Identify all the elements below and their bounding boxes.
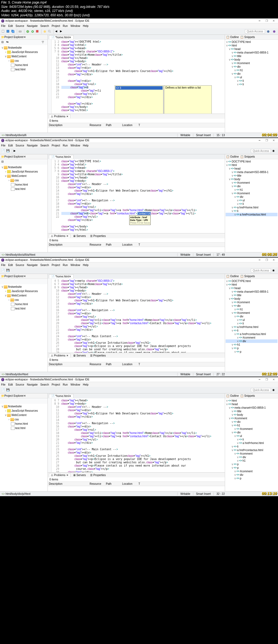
save-all-icon[interactable]	[11, 29, 15, 34]
col-description[interactable]: Description	[49, 124, 90, 127]
problems-tab[interactable]: ⚠ Problems ✕	[49, 473, 70, 477]
tree-home-html[interactable]: home.html	[1, 63, 46, 67]
search-icon[interactable]	[48, 29, 52, 34]
maximize-button[interactable]: ❐	[263, 19, 270, 23]
menu-window[interactable]: Window	[71, 144, 80, 147]
menu-file[interactable]: File	[1, 144, 5, 147]
editor-tab-home[interactable]: 📄 *home.html ✕	[49, 155, 74, 159]
menu-window[interactable]: Window	[71, 24, 80, 27]
minimize-button[interactable]: ━	[256, 258, 263, 262]
tree-js-resources[interactable]: ›JavaScript Resources	[1, 170, 46, 174]
view-menu-icon[interactable]: ▽	[42, 40, 46, 45]
back-icon[interactable]: ◀	[55, 29, 59, 34]
properties-tab[interactable]: ☰ Properties	[89, 354, 107, 357]
collapse-all-icon[interactable]: ⊟	[1, 160, 5, 164]
tree-css[interactable]: ›css	[1, 178, 46, 183]
editor-tab-home[interactable]: 📄 *home.html ✕	[49, 35, 74, 39]
new-server-icon[interactable]	[43, 29, 47, 34]
minimize-button[interactable]: ━	[256, 19, 263, 23]
link-editor-icon[interactable]: ⇆	[6, 40, 10, 45]
minimize-button[interactable]: ━	[256, 378, 263, 382]
servers-tab[interactable]: 🖥 Servers	[71, 234, 87, 238]
menu-help[interactable]: Help	[83, 24, 89, 27]
new-icon[interactable]: 📄	[1, 388, 5, 392]
code-editor[interactable]: 1 2 3 4 5 6 7 8 9 10 11 12 13 14 15 16 1…	[48, 40, 225, 114]
save-icon[interactable]: 💾	[6, 149, 10, 153]
perspective-icon[interactable]: ◉	[272, 149, 276, 153]
outline-tab[interactable]: 📋 Outline	[226, 36, 239, 39]
outline-tree[interactable]: v<> DOCTYPE:htmlv<> htmlv<> headv<> meta…	[225, 40, 278, 87]
project-explorer-tab[interactable]: 📁 Project Explorer ✕	[0, 274, 48, 279]
tree-js-resources[interactable]: ›JavaScript Resources	[1, 50, 46, 54]
tree-test-html[interactable]: test.html	[1, 67, 46, 72]
snippets-tab[interactable]: 📋 Snippets	[240, 36, 255, 39]
ext-tools-icon[interactable]	[35, 29, 40, 34]
servers-tab[interactable]: 🖥 Servers	[71, 354, 87, 357]
col-path[interactable]: Path	[106, 124, 122, 127]
problems-tab[interactable]: ⚠ Problems ✕	[49, 114, 70, 118]
project-explorer-tab[interactable]: 📁 Project Explorer ✕	[0, 393, 48, 398]
project-explorer-tab[interactable]: 📁 Project Explorer ✕	[0, 154, 48, 159]
new-icon[interactable]	[1, 29, 5, 34]
maximize-button[interactable]: ❐	[263, 139, 270, 142]
properties-tab[interactable]: ☰ Properties	[89, 234, 107, 238]
close-button[interactable]: ✕	[270, 139, 277, 142]
menu-source[interactable]: Source	[15, 24, 24, 27]
col-resource[interactable]: Resource	[90, 243, 106, 246]
menu-help[interactable]: Help	[83, 144, 89, 147]
close-button[interactable]: ✕	[270, 19, 277, 23]
menu-run[interactable]: Run	[63, 144, 68, 147]
col-location[interactable]: Location	[122, 124, 138, 127]
tree-project-root[interactable]: vfirstwebsite	[1, 165, 46, 170]
outline-tree[interactable]: v<> htmlv<> headv<> meta charset=ISO-885…	[225, 398, 278, 481]
properties-tab[interactable]: ☰ Properties	[89, 473, 107, 477]
col-resource[interactable]: Resource	[90, 124, 106, 127]
outline-tab[interactable]: 📋 Outline	[226, 155, 239, 158]
tree-project-root[interactable]: vfirstwebsite	[1, 46, 46, 50]
save-icon[interactable]: 💾	[6, 268, 10, 273]
code-editor[interactable]: 6 7 8 9 10 11 12 13 14 15 16 17 18 19 20…	[48, 398, 225, 472]
menu-edit[interactable]: Edit	[8, 144, 13, 147]
menu-run[interactable]: Run	[63, 24, 68, 27]
tree-home-html[interactable]: home.html	[1, 183, 46, 187]
menu-navigate[interactable]: Navigate	[27, 144, 37, 147]
quick-access-input[interactable]: Quick Access	[251, 268, 271, 273]
code-editor[interactable]: 4 5 6 7 8 9 10 11 12 13 14 15 16 17 18 1…	[48, 279, 225, 353]
menu-search[interactable]: Search	[40, 24, 49, 27]
tree-css[interactable]: ›css	[1, 59, 46, 63]
outline-tree[interactable]: v<> DOCTYPE:htmlv<> htmlv<> headv<> meta…	[225, 159, 278, 217]
project-explorer-tab[interactable]: 📁 Project Explorer ✕	[0, 35, 48, 40]
tree-test-html[interactable]: test.html	[1, 187, 46, 191]
col-description[interactable]: Description	[49, 243, 90, 246]
col-type[interactable]: T	[138, 124, 144, 127]
col-path[interactable]: Path	[106, 243, 122, 246]
servers-tab[interactable]: 🖥 Servers	[71, 473, 87, 477]
editor-tab-home[interactable]: 📄 *home.html ✕	[49, 394, 74, 398]
quick-access-input[interactable]: Quick Access	[251, 388, 271, 392]
new-icon[interactable]: 📄	[1, 268, 5, 273]
menu-search[interactable]: Search	[40, 144, 49, 147]
perspective-web-icon[interactable]	[272, 29, 276, 34]
menu-navigate[interactable]: Navigate	[27, 24, 37, 27]
menu-source[interactable]: Source	[15, 144, 24, 147]
close-button[interactable]: ✕	[270, 258, 277, 262]
outline-tree[interactable]: v<> DOCTYPE:htmlv<> htmlv<> headv<> meta…	[225, 279, 278, 354]
tree-webcontent[interactable]: vWebContent	[1, 174, 46, 178]
quick-access-input[interactable]: Quick Access	[245, 29, 265, 33]
snippets-tab[interactable]: 📋 Snippets	[240, 394, 255, 397]
collapse-all-icon[interactable]: ⊟	[1, 40, 5, 45]
outline-tab[interactable]: 📋 Outline	[226, 275, 239, 278]
tree-webcontent[interactable]: vWebContent	[1, 54, 46, 59]
open-server-icon[interactable]	[18, 29, 23, 34]
forward-icon[interactable]: ▶	[60, 29, 64, 34]
col-type[interactable]: T	[138, 243, 144, 246]
col-location[interactable]: Location	[122, 243, 138, 246]
maximize-button[interactable]: ❐	[263, 258, 270, 262]
save-icon[interactable]: 💾	[6, 388, 10, 392]
problems-tab[interactable]: ⚠ Problems ✕	[49, 354, 70, 357]
save-icon[interactable]	[6, 29, 10, 34]
editor-tab-home[interactable]: 📄 *home.html ✕	[49, 274, 74, 278]
outline-tab[interactable]: 📋 Outline	[226, 394, 239, 397]
debug-icon[interactable]	[26, 29, 30, 34]
quick-access-input[interactable]: Quick Access	[251, 149, 271, 153]
